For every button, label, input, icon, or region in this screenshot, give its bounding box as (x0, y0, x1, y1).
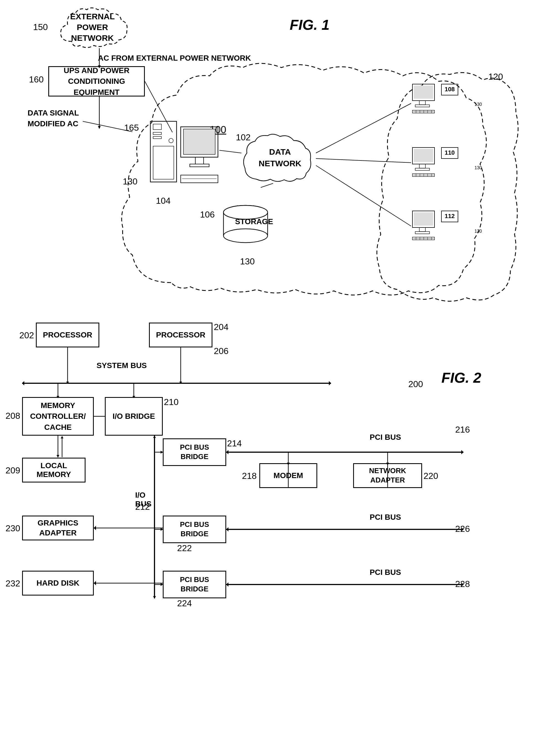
memory-controller-box: MEMORYCONTROLLER/CACHE (22, 397, 94, 436)
svg-marker-78 (179, 382, 182, 384)
svg-rect-8 (195, 157, 203, 164)
svg-rect-33 (419, 164, 425, 168)
svg-rect-2 (153, 132, 161, 135)
label-200: 200 (408, 379, 423, 389)
svg-marker-112 (94, 581, 96, 585)
label-220: 220 (424, 471, 438, 481)
processor-202-box: PROCESSOR (36, 323, 99, 347)
svg-point-4 (169, 138, 173, 143)
svg-marker-74 (329, 381, 331, 385)
label-130-108: 130 (475, 102, 482, 107)
svg-point-15 (223, 229, 267, 243)
system-bus-label: SYSTEM BUS (96, 361, 147, 370)
label-206: 206 (214, 346, 228, 356)
svg-rect-34 (415, 168, 430, 170)
label-120: 120 (488, 72, 503, 82)
svg-rect-1 (153, 124, 161, 130)
svg-marker-105 (94, 526, 96, 530)
pci-bus-228-label: PCI BUS (370, 568, 401, 577)
label-228: 228 (455, 579, 470, 589)
svg-marker-88 (153, 596, 156, 599)
label-104: 104 (156, 196, 170, 206)
pci-bus-216-label: PCI BUS (370, 433, 401, 442)
label-224: 224 (177, 598, 192, 608)
data-signal-label: DATA SIGNALMODIFIED AC (28, 108, 79, 129)
computer-104 (149, 119, 218, 196)
svg-rect-19 (414, 85, 433, 99)
svg-rect-45 (414, 212, 433, 226)
local-memory-box: LOCALMEMORY (22, 458, 85, 482)
label-130-left: 130 (123, 176, 137, 187)
svg-rect-9 (190, 164, 209, 167)
processor-204-box: PROCESSOR (149, 323, 212, 347)
graphics-adapter-box: GRAPHICSADAPTER (22, 516, 94, 540)
svg-marker-73 (22, 381, 24, 385)
label-102: 102 (236, 132, 250, 143)
fig2-title: FIG. 2 (441, 369, 481, 386)
pci-bridge-214-box: PCI BUSBRIDGE (163, 438, 226, 466)
svg-marker-64 (98, 126, 101, 129)
io-bridge-box: I/O BRIDGE (105, 397, 163, 436)
pci-bridge-222-box: PCI BUSBRIDGE (163, 516, 226, 543)
client-110: 110 (411, 146, 472, 191)
network-adapter-box: NETWORKADAPTER (353, 463, 422, 488)
svg-marker-86 (61, 436, 63, 438)
label-230: 230 (6, 523, 20, 534)
label-214: 214 (227, 438, 242, 449)
svg-rect-7 (183, 129, 215, 154)
svg-rect-20 (419, 101, 425, 105)
label-226: 226 (455, 524, 470, 534)
svg-text:112: 112 (445, 213, 455, 219)
label-222: 222 (177, 543, 192, 553)
pci-bridge-224-box: PCI BUSBRIDGE (163, 571, 226, 598)
label-212: 212 (135, 502, 150, 512)
label-204: 204 (214, 322, 228, 332)
client-108: 108 (411, 83, 472, 128)
svg-rect-46 (419, 227, 425, 232)
svg-text:108: 108 (445, 86, 455, 93)
svg-rect-10 (181, 175, 218, 183)
data-network-label: DATANETWORK (247, 146, 313, 169)
svg-marker-94 (461, 450, 464, 454)
label-106: 106 (200, 210, 215, 220)
label-165: 165 (124, 123, 139, 133)
svg-marker-102 (226, 527, 228, 532)
label-150: 150 (33, 22, 48, 32)
label-160: 160 (29, 74, 44, 85)
external-power-label: EXTERNALPOWERNETWORK (59, 11, 125, 43)
svg-marker-109 (226, 582, 228, 587)
label-218: 218 (242, 471, 256, 481)
label-130-bottom: 130 (240, 256, 254, 267)
svg-marker-93 (226, 450, 228, 454)
svg-marker-84 (57, 455, 59, 458)
svg-rect-32 (414, 149, 433, 162)
label-209: 209 (6, 465, 20, 476)
svg-text:110: 110 (445, 149, 455, 156)
svg-rect-5 (153, 146, 174, 179)
svg-rect-21 (415, 105, 430, 107)
svg-rect-0 (150, 121, 176, 182)
svg-rect-47 (415, 232, 430, 234)
hard-disk-box: HARD DISK (22, 571, 94, 596)
svg-marker-76 (66, 382, 69, 384)
svg-marker-89 (153, 436, 156, 438)
label-130-112: 130 (475, 229, 482, 234)
page: FIG. 1 150 EXTERNALPOWERNETWORK AC FROM … (0, 0, 549, 756)
storage-label: STORAGE (235, 217, 273, 226)
client-112: 112 (411, 210, 472, 255)
modem-box: MODEM (259, 463, 317, 488)
label-208: 208 (6, 411, 20, 421)
pci-bus-226-label: PCI BUS (370, 513, 401, 522)
fig1-title: FIG. 1 (290, 17, 330, 33)
label-202: 202 (19, 330, 34, 341)
label-210: 210 (164, 397, 178, 407)
label-232: 232 (6, 578, 20, 589)
label-216: 216 (455, 425, 470, 435)
label-130-110: 130 (475, 165, 482, 170)
svg-rect-3 (153, 136, 161, 139)
